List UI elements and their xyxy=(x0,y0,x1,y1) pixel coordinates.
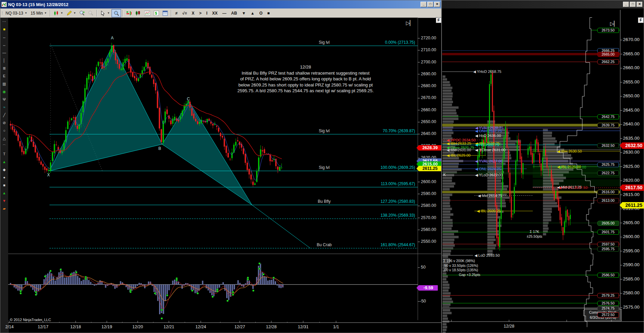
right-chart-canvas xyxy=(442,0,644,333)
right-chart-window: _ □ ✕ ▷▏ F Σ 196 v 200K (98%) .50 v 33.5… xyxy=(442,0,644,333)
left-chart-canvas xyxy=(0,0,442,333)
left-chart-window: NQ 03-13 (15 Min) 12/28/2012 _ □ ✕ ⁞ NQ … xyxy=(0,0,442,333)
desktop: NQ 03-13 (15 Min) 12/28/2012 _ □ ✕ ⁞ NQ … xyxy=(0,0,644,333)
